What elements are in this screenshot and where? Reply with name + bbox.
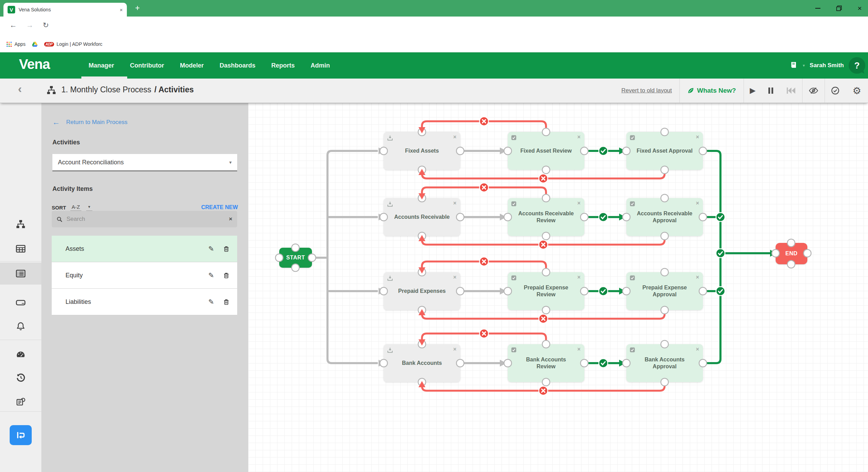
rail-grid-view[interactable] (0, 238, 41, 260)
delete-trash-icon[interactable] (223, 272, 230, 279)
node-close-icon[interactable]: × (696, 134, 699, 141)
return-to-main-process-link[interactable]: ← Return to Main Process (52, 118, 128, 127)
hide-preview-button[interactable] (808, 86, 819, 95)
node-label: Prepaid Expenses (398, 288, 446, 295)
revert-layout-link[interactable]: Revert to old layout (622, 87, 672, 94)
sort-value[interactable]: A-Z (70, 204, 81, 211)
tour-button[interactable] (10, 425, 32, 445)
item-label: Liabilities (65, 298, 208, 306)
item-label: Assets (65, 245, 208, 253)
node-bank-accounts-approval[interactable]: × Bank Accounts Approval (626, 344, 703, 382)
delete-trash-icon[interactable] (223, 246, 230, 252)
start-node[interactable]: START (279, 248, 312, 268)
sort-caret-icon[interactable]: ▾ (86, 204, 92, 211)
rail-notifications[interactable] (0, 315, 41, 337)
search-box[interactable]: × (52, 211, 237, 227)
node-close-icon[interactable]: × (577, 346, 581, 353)
forward-icon[interactable]: → (26, 21, 33, 29)
node-fixed-asset-approval[interactable]: × Fixed Asset Approval (626, 132, 703, 170)
node-fixed-assets[interactable]: × Fixed Assets (384, 132, 460, 170)
nav-contributor[interactable]: Contributor (130, 62, 164, 69)
node-close-icon[interactable]: × (696, 274, 699, 281)
return-link-label: Return to Main Process (66, 119, 128, 126)
list-item-liabilities[interactable]: Liabilities ✎ (52, 289, 237, 315)
book-icon[interactable] (789, 61, 798, 70)
nav-modeler[interactable]: Modeler (180, 62, 204, 69)
rewind-button[interactable] (786, 87, 796, 94)
node-close-icon[interactable]: × (577, 134, 581, 141)
node-label: Accounts Receivable Approval (635, 210, 694, 224)
activities-dropdown[interactable]: Account Reconciliations ▾ (52, 154, 237, 171)
node-close-icon[interactable]: × (453, 134, 456, 141)
node-close-icon[interactable]: × (453, 346, 456, 353)
node-accounts-receivable[interactable]: × Accounts Receivable (384, 198, 460, 236)
nav-reports[interactable]: Reports (271, 62, 295, 69)
search-input[interactable] (66, 215, 229, 223)
node-close-icon[interactable]: × (577, 200, 581, 207)
window-close-button[interactable]: × (858, 4, 862, 12)
back-icon[interactable]: ← (10, 21, 17, 29)
browser-tab[interactable]: V Vena Solutions × (3, 3, 127, 17)
bookmark-apps[interactable]: Apps (6, 41, 26, 47)
nav-admin[interactable]: Admin (311, 62, 330, 69)
submit-tray-icon (387, 201, 393, 207)
node-close-icon[interactable]: × (577, 274, 581, 281)
rail-audit-log[interactable] (0, 391, 41, 413)
reload-icon[interactable]: ↻ (43, 21, 49, 29)
node-bank-accounts[interactable]: × Bank Accounts (384, 344, 460, 382)
checkbox-icon (630, 135, 635, 140)
bookmarks-bar: Apps ADP Login | ADP Workforc (0, 36, 868, 52)
bookmark-drive[interactable] (32, 41, 38, 47)
bookmark-label: Login | ADP Workforc (57, 41, 102, 47)
play-button[interactable]: ▶ (750, 86, 756, 95)
nav-dashboards[interactable]: Dashboards (220, 62, 255, 69)
bookmark-adp[interactable]: ADP Login | ADP Workforc (44, 41, 102, 47)
help-button[interactable]: ? (849, 57, 865, 74)
rail-data-view[interactable] (0, 291, 41, 314)
node-close-icon[interactable]: × (453, 274, 456, 281)
delete-trash-icon[interactable] (223, 299, 230, 305)
rail-list-view[interactable] (0, 263, 41, 285)
end-node[interactable]: END (776, 243, 807, 264)
node-accounts-receivable-approval[interactable]: × Accounts Receivable Approval (626, 198, 703, 236)
edit-pencil-icon[interactable]: ✎ (208, 271, 214, 279)
node-close-icon[interactable]: × (453, 200, 456, 207)
pause-button[interactable] (767, 87, 774, 94)
list-item-assets[interactable]: Assets ✎ (52, 236, 237, 262)
node-prepaid-expense-review[interactable]: × Prepaid Expense Review (508, 272, 584, 310)
node-close-icon[interactable]: × (696, 346, 699, 353)
rail-process-map[interactable] (0, 213, 41, 235)
chevron-down-icon: ▾ (229, 160, 232, 165)
user-name[interactable]: Sarah Smith (810, 62, 844, 69)
list-item-equity[interactable]: Equity ✎ (52, 262, 237, 289)
user-caret-icon[interactable]: ▾ (803, 63, 805, 68)
node-accounts-receivable-review[interactable]: × Accounts Receivable Review (508, 198, 584, 236)
window-minimize-button[interactable] (815, 8, 820, 9)
settings-gear-icon[interactable]: ⚙ (852, 85, 861, 96)
node-close-icon[interactable]: × (696, 200, 699, 207)
adp-logo: ADP (44, 42, 54, 47)
browser-tabstrip: V Vena Solutions × + × (0, 0, 868, 17)
whats-new-button[interactable]: Whats New? (687, 87, 736, 94)
back-chevron-icon[interactable]: ‹ (18, 82, 22, 95)
node-bank-accounts-review[interactable]: × Bank Accounts Review (508, 344, 584, 382)
node-prepaid-expenses[interactable]: × Prepaid Expenses (384, 272, 460, 310)
checkbox-icon (630, 347, 635, 352)
sort-label: SORT (52, 205, 66, 211)
nav-manager[interactable]: Manager (89, 62, 114, 69)
tab-close-icon[interactable]: × (120, 7, 123, 13)
vena-logo[interactable]: Vena (19, 57, 50, 72)
node-fixed-asset-review[interactable]: × Fixed Asset Review (508, 132, 584, 170)
create-new-button[interactable]: CREATE NEW (201, 204, 238, 211)
node-prepaid-expense-approval[interactable]: × Prepaid Expense Approval (626, 272, 703, 310)
process-title: 1. Monthly Close Process (61, 85, 151, 94)
rail-dashboard[interactable] (0, 343, 41, 366)
rail-history[interactable] (0, 367, 41, 389)
search-clear-icon[interactable]: × (229, 216, 232, 223)
window-restore-button[interactable] (836, 6, 842, 11)
edit-pencil-icon[interactable]: ✎ (208, 245, 214, 253)
new-tab-button[interactable]: + (135, 4, 140, 12)
apps-grid-icon (6, 41, 12, 47)
edit-pencil-icon[interactable]: ✎ (208, 298, 214, 306)
validate-button[interactable] (831, 86, 840, 95)
